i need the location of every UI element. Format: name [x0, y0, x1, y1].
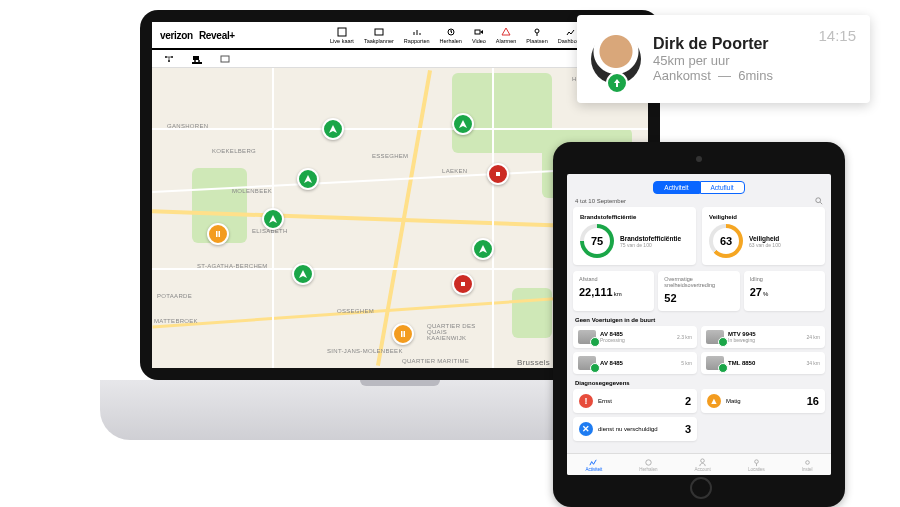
truck-icon — [578, 330, 596, 344]
place-label: MOLENBEEK — [232, 188, 272, 194]
diag-severe[interactable]: !Ernst2 — [573, 389, 697, 413]
truck-icon — [706, 356, 724, 370]
brand-reveal: Reveal+ — [199, 30, 235, 41]
stat-idling[interactable]: Idling 27% — [744, 271, 825, 311]
nav-places[interactable]: Plaatsen — [526, 27, 547, 44]
stat-speeding[interactable]: Overmatige snelheidsovertreding 52 — [658, 271, 739, 311]
tablet-mockup: Activiteit Actufluit 4 tot 10 September … — [553, 142, 845, 507]
score-card-safety[interactable]: Veiligheid 63 Veiligheid 63 van de 100 — [702, 207, 825, 265]
driver-avatar — [591, 34, 641, 84]
tab-settings[interactable]: Instel — [802, 458, 813, 472]
vehicle-pin-moving[interactable] — [262, 208, 284, 230]
brand-verizon: verizon — [160, 30, 193, 41]
vehicle-row[interactable]: TML 885034 km — [701, 352, 825, 374]
place-label: QUARTIER DES QUAIS KAAIENWIJK — [427, 323, 487, 341]
vehicle-pin-moving[interactable] — [452, 113, 474, 135]
vehicle-pin-moving[interactable] — [472, 238, 494, 260]
subtab-vehicles[interactable] — [192, 54, 202, 64]
seg-activity[interactable]: Activiteit — [653, 181, 699, 194]
nav-replay[interactable]: Herhalen — [440, 27, 462, 44]
nav-live-map[interactable]: Live kaart — [330, 27, 354, 44]
tab-activity[interactable]: Activiteit — [586, 458, 603, 472]
date-range: 4 tot 10 September — [575, 198, 626, 204]
sub-tabs — [152, 50, 648, 68]
svg-rect-13 — [496, 172, 500, 176]
svg-point-18 — [754, 459, 758, 463]
vehicle-pin-stopped[interactable] — [452, 273, 474, 295]
svg-rect-0 — [338, 28, 346, 36]
vehicle-row[interactable]: MTV 9945In beweging24 km — [701, 326, 825, 348]
svg-point-15 — [816, 198, 821, 203]
place-label: LAEKEN — [442, 168, 467, 174]
nav-video[interactable]: Video — [472, 27, 486, 44]
place-label: St-Agatha-Berchem — [197, 263, 268, 269]
svg-point-19 — [805, 460, 809, 464]
truck-icon — [706, 330, 724, 344]
place-label: MATTEBROEK — [154, 318, 198, 324]
svg-rect-9 — [193, 56, 199, 60]
bottom-tabbar: Activiteit Herhalen Account Locaties Ins… — [567, 453, 831, 475]
brand-logo: verizon Reveal+ — [160, 30, 235, 41]
driver-popup[interactable]: Dirk de Poorter 45km per uur Aankomst — … — [577, 15, 870, 103]
svg-rect-1 — [375, 29, 383, 35]
ring-gauge: 63 — [709, 224, 743, 258]
vehicle-pin-moving[interactable] — [322, 118, 344, 140]
segment-control: Activiteit Actufluit — [573, 181, 825, 194]
vehicle-pin-stopped[interactable] — [487, 163, 509, 185]
popup-time: 14:15 — [818, 27, 856, 44]
vehicle-pin-idle[interactable] — [392, 323, 414, 345]
vehicle-pin-idle[interactable] — [207, 223, 229, 245]
place-label: ESSEGHEM — [372, 153, 408, 159]
tab-account[interactable]: Account — [695, 458, 711, 472]
vehicle-pin-moving[interactable] — [297, 168, 319, 190]
nav-reports[interactable]: Rapporten — [404, 27, 430, 44]
warn-icon: ▲ — [707, 394, 721, 408]
driver-arrival: Aankomst — 6mins — [653, 68, 773, 83]
search-icon[interactable] — [815, 197, 823, 205]
svg-point-17 — [701, 458, 705, 462]
tab-replay[interactable]: Herhalen — [639, 458, 657, 472]
svg-rect-14 — [461, 282, 465, 286]
score-card-fuel[interactable]: Brandstofefficiëntie 75 Brandstofefficië… — [573, 207, 696, 265]
alert-icon: ! — [579, 394, 593, 408]
tab-places[interactable]: Locaties — [748, 458, 765, 472]
diag-moderate[interactable]: ▲Matig16 — [701, 389, 825, 413]
status-icon — [606, 72, 628, 94]
tablet-screen: Activiteit Actufluit 4 tot 10 September … — [567, 174, 831, 475]
svg-point-4 — [535, 29, 539, 33]
service-icon: ✕ — [579, 422, 593, 436]
place-label: KOEKELBERG — [212, 148, 256, 154]
ring-gauge: 75 — [580, 224, 614, 258]
place-label: Brussels — [517, 358, 550, 367]
nav-taskplanner[interactable]: Taakplanner — [364, 27, 394, 44]
place-label: OSSEGHEM — [337, 308, 374, 314]
place-label: POTAARDE — [157, 293, 192, 299]
svg-rect-3 — [475, 30, 480, 34]
svg-point-10 — [194, 60, 196, 62]
place-label: QUARTIER MARITIME — [402, 358, 469, 364]
vehicle-pin-moving[interactable] — [292, 263, 314, 285]
diag-service[interactable]: ✕dienst nu verschuldigd3 — [573, 417, 697, 441]
app-header: verizon Reveal+ Live kaart Taakplanner R… — [152, 22, 648, 50]
driver-speed: 45km per uur — [653, 53, 773, 68]
svg-point-16 — [646, 459, 651, 464]
truck-icon — [578, 356, 596, 370]
svg-point-11 — [198, 60, 200, 62]
diag-title: Diagnosegegevens — [575, 380, 823, 386]
subtab-hierarchy[interactable] — [164, 55, 174, 63]
vehicles-title: Geen Voertuigen in de buurt — [575, 317, 823, 323]
subtab-calendar[interactable] — [220, 55, 230, 63]
nav-alerts[interactable]: Alarmen — [496, 27, 516, 44]
driver-name: Dirk de Poorter — [653, 35, 773, 53]
place-label: GANSHOREN — [167, 123, 208, 129]
vehicle-row[interactable]: AV 8485Processing2.3 km — [573, 326, 697, 348]
stat-distance[interactable]: Afstand 22,111km — [573, 271, 654, 311]
seg-actufluit[interactable]: Actufluit — [700, 181, 745, 194]
place-label: Sint-Jans-Molenbeek — [327, 348, 403, 354]
svg-rect-12 — [221, 56, 229, 62]
vehicle-row[interactable]: AV 84855 km — [573, 352, 697, 374]
